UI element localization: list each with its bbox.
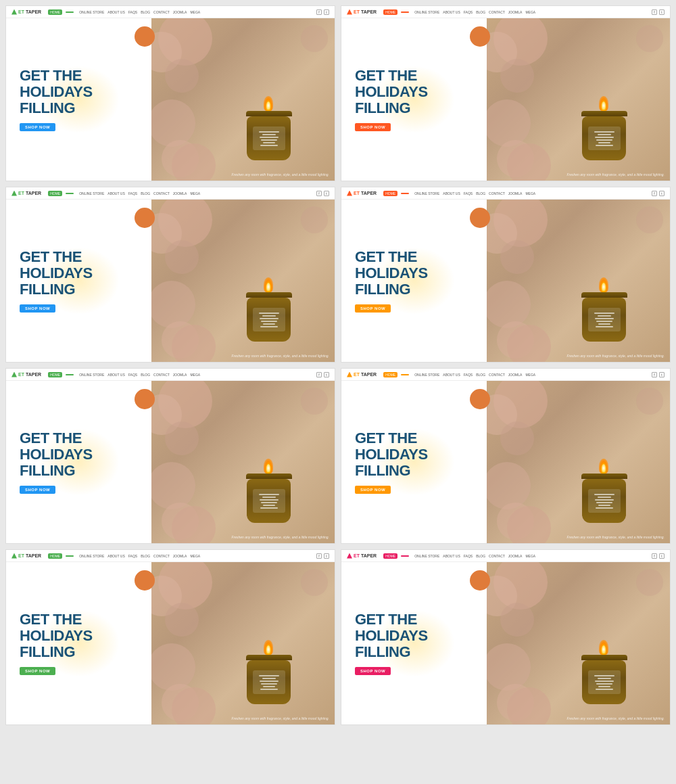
nav-link-online-store[interactable]: ONLINE STORE bbox=[414, 10, 439, 14]
nav-link-home[interactable]: HOME bbox=[383, 372, 397, 377]
shop-now-button[interactable]: SHOP NOW bbox=[355, 667, 391, 675]
nav-link-mega[interactable]: MEGA bbox=[190, 554, 200, 558]
nav-link-faqs[interactable]: FAQS bbox=[464, 191, 473, 195]
nav-link-about-us[interactable]: ABOUT US bbox=[107, 554, 124, 558]
orange-circle-decoration bbox=[470, 570, 490, 591]
nav-link-blog[interactable]: BLOG bbox=[476, 373, 485, 377]
logo[interactable]: ETTAPER bbox=[347, 191, 377, 196]
nav-link-mega[interactable]: MEGA bbox=[525, 373, 535, 377]
nav-link-online-store[interactable]: ONLINE STORE bbox=[79, 554, 104, 558]
nav-link-blog[interactable]: BLOG bbox=[476, 10, 485, 14]
nav-link-home[interactable]: HOME bbox=[48, 9, 62, 15]
nav-link-contact[interactable]: CONTACT bbox=[153, 10, 170, 14]
nav-link-contact[interactable]: CONTACT bbox=[489, 373, 505, 377]
nav-link-contact[interactable]: CONTACT bbox=[489, 191, 505, 195]
facebook-icon[interactable]: f bbox=[316, 191, 322, 196]
nav-link-home[interactable]: HOME bbox=[383, 9, 397, 15]
logo[interactable]: ETTAPER bbox=[11, 372, 41, 377]
shop-now-button[interactable]: SHOP NOW bbox=[20, 486, 55, 494]
nav-link-online-store[interactable]: ONLINE STORE bbox=[79, 191, 104, 195]
nav-link-faqs[interactable]: FAQS bbox=[464, 10, 473, 14]
nav-link-home[interactable]: HOME bbox=[383, 553, 397, 559]
logo[interactable]: ETTAPER bbox=[347, 553, 377, 559]
nav-link-about-us[interactable]: ABOUT US bbox=[107, 191, 124, 195]
candle-scene: Freshen any room with fragrance, style, … bbox=[487, 200, 670, 362]
logo[interactable]: ETTAPER bbox=[11, 553, 41, 559]
nav-link-joomla[interactable]: JOOMLA bbox=[508, 191, 523, 195]
shop-now-button[interactable]: SHOP NOW bbox=[20, 304, 55, 313]
twitter-icon[interactable]: t bbox=[324, 372, 329, 377]
nav-link-joomla[interactable]: JOOMLA bbox=[173, 191, 187, 195]
nav-link-blog[interactable]: BLOG bbox=[141, 554, 150, 558]
nav-link-mega[interactable]: MEGA bbox=[525, 554, 535, 558]
shop-now-button[interactable]: SHOP NOW bbox=[355, 304, 391, 313]
nav-link-home[interactable]: HOME bbox=[48, 372, 62, 377]
nav-link-mega[interactable]: MEGA bbox=[190, 191, 200, 195]
nav-link-mega[interactable]: MEGA bbox=[190, 373, 200, 377]
facebook-icon[interactable]: f bbox=[316, 9, 322, 15]
nav-link-home[interactable]: HOME bbox=[48, 191, 62, 196]
nav-link-mega[interactable]: MEGA bbox=[190, 10, 200, 14]
nav-link-joomla[interactable]: JOOMLA bbox=[173, 10, 187, 14]
twitter-icon[interactable]: t bbox=[324, 191, 329, 196]
twitter-icon[interactable]: t bbox=[659, 553, 665, 559]
facebook-icon[interactable]: f bbox=[652, 9, 657, 15]
facebook-icon[interactable]: f bbox=[316, 372, 322, 377]
nav-links: HOMEONLINE STOREABOUT USFAQSBLOGCONTACTJ… bbox=[48, 553, 314, 559]
nav-link-online-store[interactable]: ONLINE STORE bbox=[414, 554, 439, 558]
nav-link-faqs[interactable]: FAQS bbox=[128, 554, 137, 558]
nav-link-blog[interactable]: BLOG bbox=[141, 10, 150, 14]
nav-link-faqs[interactable]: FAQS bbox=[128, 191, 137, 195]
nav-link-blog[interactable]: BLOG bbox=[141, 191, 150, 195]
logo[interactable]: ETTAPER bbox=[11, 191, 41, 196]
nav-link-contact[interactable]: CONTACT bbox=[153, 554, 170, 558]
nav-link-blog[interactable]: BLOG bbox=[476, 554, 485, 558]
twitter-icon[interactable]: t bbox=[659, 372, 665, 377]
nav-link-joomla[interactable]: JOOMLA bbox=[508, 373, 523, 377]
nav-link-online-store[interactable]: ONLINE STORE bbox=[414, 191, 439, 195]
nav-link-faqs[interactable]: FAQS bbox=[128, 373, 137, 377]
facebook-icon[interactable]: f bbox=[652, 553, 657, 559]
nav-link-mega[interactable]: MEGA bbox=[525, 191, 535, 195]
nav-link-contact[interactable]: CONTACT bbox=[153, 373, 170, 377]
nav-link-joomla[interactable]: JOOMLA bbox=[173, 554, 187, 558]
nav-link-about-us[interactable]: ABOUT US bbox=[107, 10, 124, 14]
nav-link-contact[interactable]: CONTACT bbox=[153, 191, 170, 195]
nav-link-blog[interactable]: BLOG bbox=[141, 373, 150, 377]
nav-link-home[interactable]: HOME bbox=[48, 553, 62, 559]
nav-link-about-us[interactable]: ABOUT US bbox=[443, 10, 460, 14]
shop-now-button[interactable]: SHOP NOW bbox=[20, 123, 55, 131]
logo[interactable]: ETTAPER bbox=[347, 9, 377, 15]
nav-link-about-us[interactable]: ABOUT US bbox=[443, 554, 460, 558]
nav-link-home[interactable]: HOME bbox=[383, 191, 397, 196]
nav-link-online-store[interactable]: ONLINE STORE bbox=[79, 373, 104, 377]
facebook-icon[interactable]: f bbox=[652, 191, 657, 196]
nav-link-about-us[interactable]: ABOUT US bbox=[443, 373, 460, 377]
nav-link-blog[interactable]: BLOG bbox=[476, 191, 485, 195]
nav-link-joomla[interactable]: JOOMLA bbox=[508, 10, 523, 14]
nav-link-about-us[interactable]: ABOUT US bbox=[443, 191, 460, 195]
shop-now-button[interactable]: SHOP NOW bbox=[355, 486, 391, 494]
facebook-icon[interactable]: f bbox=[316, 553, 322, 559]
nav-link-faqs[interactable]: FAQS bbox=[464, 554, 473, 558]
twitter-icon[interactable]: t bbox=[659, 9, 665, 15]
twitter-icon[interactable]: t bbox=[324, 9, 329, 15]
facebook-icon[interactable]: f bbox=[652, 372, 657, 377]
nav-link-contact[interactable]: CONTACT bbox=[489, 10, 505, 14]
logo[interactable]: ETTAPER bbox=[347, 372, 377, 377]
jar-label bbox=[253, 670, 285, 694]
nav-link-online-store[interactable]: ONLINE STORE bbox=[79, 10, 104, 14]
nav-link-about-us[interactable]: ABOUT US bbox=[107, 373, 124, 377]
twitter-icon[interactable]: t bbox=[324, 553, 329, 559]
nav-link-contact[interactable]: CONTACT bbox=[489, 554, 505, 558]
twitter-icon[interactable]: t bbox=[659, 191, 665, 196]
logo[interactable]: ETTAPER bbox=[11, 9, 41, 15]
nav-link-faqs[interactable]: FAQS bbox=[128, 10, 137, 14]
shop-now-button[interactable]: SHOP NOW bbox=[355, 123, 391, 131]
nav-link-joomla[interactable]: JOOMLA bbox=[173, 373, 187, 377]
shop-now-button[interactable]: SHOP NOW bbox=[20, 667, 55, 675]
nav-link-joomla[interactable]: JOOMLA bbox=[508, 554, 523, 558]
nav-link-faqs[interactable]: FAQS bbox=[464, 373, 473, 377]
nav-link-online-store[interactable]: ONLINE STORE bbox=[414, 373, 439, 377]
nav-link-mega[interactable]: MEGA bbox=[525, 10, 535, 14]
